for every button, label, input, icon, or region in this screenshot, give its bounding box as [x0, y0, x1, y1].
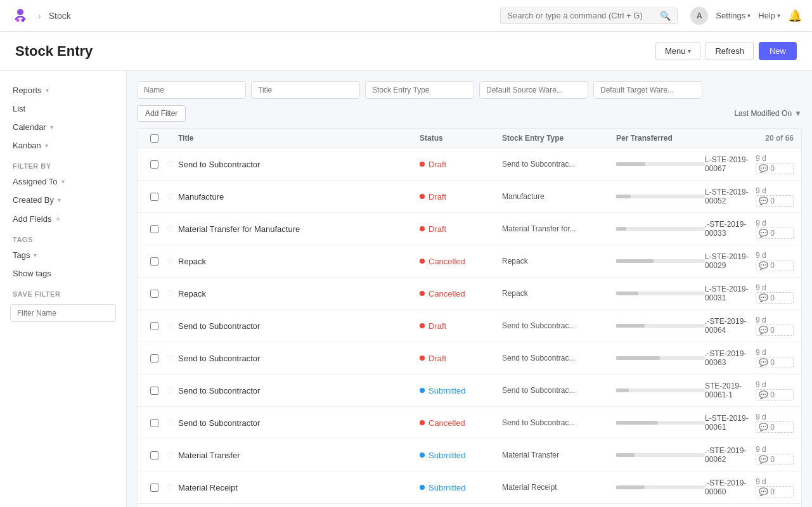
stock-entry-type-filter-input[interactable]	[365, 81, 474, 99]
row-favorite[interactable]: ♡	[163, 321, 178, 331]
heart-icon: ♡	[167, 451, 174, 460]
sidebar-item-created-by[interactable]: Created By ▾	[0, 191, 126, 209]
header-checkbox[interactable]	[145, 134, 163, 143]
sidebar-item-tags[interactable]: Tags ▾	[0, 246, 126, 264]
comment-button[interactable]: 💬 0	[756, 163, 794, 174]
row-favorite[interactable]: ♡	[163, 483, 178, 492]
table-row[interactable]: ♡ Send to Subcontractor Draft Send to Su…	[138, 310, 801, 342]
table-row[interactable]: ♡ Send to Subcontractor Draft Send to Su…	[138, 148, 801, 181]
last-modified-sort[interactable]: Last Modified On ▼	[734, 109, 802, 118]
sidebar-item-show-tags[interactable]: Show tags	[0, 264, 126, 283]
comment-button[interactable]: 💬 0	[756, 195, 794, 207]
sort-down-icon: ▼	[794, 109, 802, 118]
comment-button[interactable]: 💬 0	[756, 260, 794, 271]
row-actions: 💬 0	[756, 389, 794, 401]
comment-button[interactable]: 💬 0	[756, 389, 794, 401]
sidebar-item-calendar[interactable]: Calendar ▾	[0, 118, 126, 136]
row-favorite[interactable]: ♡	[163, 354, 178, 363]
row-time: 9 d	[756, 186, 766, 195]
table-row[interactable]: ♡ Material Transfer for Manufacture Draf…	[138, 213, 801, 245]
sidebar-item-reports[interactable]: Reports ▾	[0, 81, 126, 99]
table-row[interactable]: ♡ Material Receipt Submitted Material Re…	[138, 472, 801, 504]
row-select-checkbox[interactable]	[150, 160, 158, 169]
comment-button[interactable]: 💬 0	[756, 454, 794, 465]
table-row[interactable]: ♡ Send to Subcontractor Submitted Send t…	[138, 375, 801, 407]
row-checkbox[interactable]	[145, 419, 163, 427]
row-favorite[interactable]: ♡	[163, 418, 178, 428]
row-select-checkbox[interactable]	[150, 322, 158, 330]
stock-entry-table: Title Status Stock Entry Type Per Transf…	[137, 128, 802, 507]
source-warehouse-filter-input[interactable]	[479, 81, 588, 99]
row-select-checkbox[interactable]	[150, 354, 158, 363]
comment-button[interactable]: 💬 0	[756, 292, 794, 304]
row-checkbox[interactable]	[145, 451, 163, 459]
add-filter-button[interactable]: Add Filter	[137, 105, 186, 122]
table-row[interactable]: ♡ Send to Subcontractor Draft Send to Su…	[138, 342, 801, 375]
row-checkbox[interactable]	[145, 160, 163, 169]
new-button[interactable]: New	[759, 42, 797, 60]
row-checkbox[interactable]	[145, 484, 163, 492]
refresh-button[interactable]: Refresh	[706, 42, 754, 60]
filter-name-input[interactable]	[10, 304, 116, 322]
table-row[interactable]: ♡ Material Transfer Submitted Material T…	[138, 439, 801, 472]
row-select-checkbox[interactable]	[150, 257, 158, 266]
sidebar-item-list[interactable]: List	[0, 99, 126, 118]
row-checkbox[interactable]	[145, 257, 163, 266]
help-button[interactable]: Help ▾	[758, 11, 780, 20]
row-title: Send to Subcontractor	[178, 160, 420, 169]
name-filter-input[interactable]	[137, 81, 246, 99]
row-favorite[interactable]: ♡	[163, 192, 178, 202]
app-logo[interactable]	[10, 6, 30, 26]
comment-button[interactable]: 💬 0	[756, 228, 794, 239]
table-row[interactable]: ♡ Manufacture Draft Manufacture L-STE-20…	[138, 181, 801, 213]
notification-bell[interactable]: 🔔	[788, 9, 802, 23]
avatar[interactable]: A	[690, 7, 708, 25]
settings-button[interactable]: Settings ▾	[716, 11, 751, 20]
comment-button[interactable]: 💬 0	[756, 357, 794, 368]
table-row[interactable]: ♡ Repack Cancelled Repack L-STE-2019-000…	[138, 245, 801, 278]
row-favorite[interactable]: ♡	[163, 257, 178, 266]
select-all-checkbox[interactable]	[150, 134, 158, 143]
row-time-actions: 9 d 💬 0	[756, 316, 794, 336]
sidebar-item-assigned-to[interactable]: Assigned To ▾	[0, 172, 126, 191]
row-favorite[interactable]: ♡	[163, 160, 178, 169]
row-favorite[interactable]: ♡	[163, 386, 178, 395]
progress-bar-bg	[616, 292, 705, 295]
status-label: Draft	[429, 354, 446, 363]
row-checkbox[interactable]	[145, 387, 163, 395]
table-row[interactable]: ♡ Repack Cancelled Repack L-STE-2019-000…	[138, 278, 801, 310]
row-checkbox[interactable]	[145, 322, 163, 330]
row-favorite[interactable]: ♡	[163, 224, 178, 234]
row-select-checkbox[interactable]	[150, 193, 158, 201]
row-select-checkbox[interactable]	[150, 290, 158, 298]
target-warehouse-filter-input[interactable]	[593, 81, 702, 99]
menu-button[interactable]: Menu ▾	[655, 42, 701, 60]
row-favorite[interactable]: ♡	[163, 289, 178, 298]
row-select-checkbox[interactable]	[150, 419, 158, 427]
comment-button[interactable]: 💬 0	[756, 486, 794, 497]
row-checkbox[interactable]	[145, 354, 163, 363]
row-checkbox[interactable]	[145, 193, 163, 201]
table-row[interactable]: ♡ Send to Subcontractor Cancelled Send t…	[138, 407, 801, 439]
search-bar[interactable]: 🔍	[500, 8, 678, 24]
breadcrumb-stock[interactable]: Stock	[49, 11, 71, 21]
row-time: 9 d	[756, 380, 766, 389]
search-input[interactable]	[507, 11, 656, 20]
row-favorite[interactable]: ♡	[163, 451, 178, 460]
row-select-checkbox[interactable]	[150, 451, 158, 459]
sidebar-item-add-fields[interactable]: Add Fields +	[0, 209, 126, 228]
table-row[interactable]: ♡ Manufacture Submitted Manufacture .-ST…	[138, 504, 801, 507]
comment-button[interactable]: 💬 0	[756, 324, 794, 336]
status-dot-icon	[420, 226, 425, 231]
row-checkbox[interactable]	[145, 225, 163, 233]
row-time: 9 d	[756, 219, 766, 228]
row-select-checkbox[interactable]	[150, 387, 158, 395]
row-id: .-STE-2019-00033	[705, 220, 756, 238]
row-checkbox[interactable]	[145, 290, 163, 298]
comment-button[interactable]: 💬 0	[756, 421, 794, 433]
row-select-checkbox[interactable]	[150, 484, 158, 492]
title-filter-input[interactable]	[251, 81, 360, 99]
row-select-checkbox[interactable]	[150, 225, 158, 233]
sidebar-item-kanban[interactable]: Kanban ▾	[0, 136, 126, 155]
progress-bar-bg	[616, 453, 705, 457]
